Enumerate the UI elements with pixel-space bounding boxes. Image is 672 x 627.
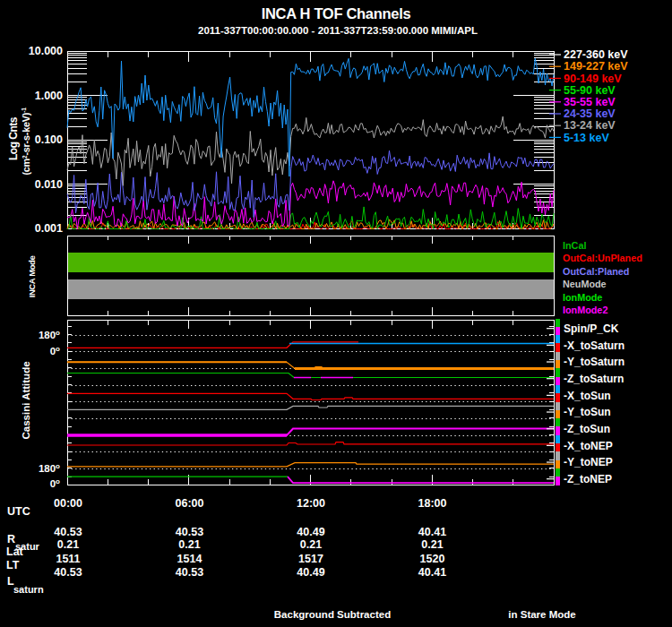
svg-text:40.41: 40.41: [418, 526, 446, 538]
svg-text:40.53: 40.53: [176, 566, 203, 579]
svg-text:0.100: 0.100: [35, 133, 63, 146]
svg-text:-Z_toNEP: -Z_toNEP: [564, 473, 612, 485]
svg-text:0.21: 0.21: [421, 538, 443, 551]
svg-text:40.49: 40.49: [297, 566, 324, 579]
svg-text:InCal: InCal: [563, 240, 586, 251]
svg-text:-Z_toSun: -Z_toSun: [564, 423, 610, 435]
svg-text:-X_toNEP: -X_toNEP: [564, 440, 613, 452]
svg-text:Lat: Lat: [6, 545, 24, 558]
svg-text:saturn: saturn: [13, 584, 44, 595]
svg-text:40.41: 40.41: [418, 566, 446, 579]
svg-text:1520: 1520: [420, 553, 445, 565]
svg-text:1514: 1514: [177, 553, 202, 565]
svg-text:1.000: 1.000: [35, 90, 63, 102]
svg-text:2011-337T00:00:00.000 - 2011-3: 2011-337T00:00:00.000 - 2011-337T23:59:0…: [198, 25, 478, 36]
svg-text:06:00: 06:00: [176, 497, 204, 510]
svg-text:OutCal:UnPlaned: OutCal:UnPlaned: [563, 253, 642, 263]
svg-text:INCA Mode: INCA Mode: [27, 256, 37, 298]
svg-text:40.49: 40.49: [297, 526, 324, 538]
svg-text:0.010: 0.010: [35, 178, 63, 191]
svg-text:IonMode2: IonMode2: [563, 305, 607, 315]
svg-text:0.21: 0.21: [178, 538, 200, 551]
svg-text:90-149 keV: 90-149 keV: [564, 73, 622, 85]
svg-text:Spin/P_CK: Spin/P_CK: [564, 322, 619, 335]
svg-text:-X_toSun: -X_toSun: [564, 390, 611, 402]
svg-text:18:00: 18:00: [418, 497, 447, 510]
svg-text:1511: 1511: [56, 553, 80, 565]
svg-text:40.53: 40.53: [54, 526, 82, 538]
svg-text:0.001: 0.001: [35, 222, 63, 235]
svg-text:12:00: 12:00: [297, 497, 325, 510]
svg-text:-X_toSaturn: -X_toSaturn: [564, 339, 625, 352]
svg-text:10.000: 10.000: [29, 45, 63, 57]
svg-text:Background Subtracted: Background Subtracted: [274, 609, 391, 620]
svg-text:OutCal:Planed: OutCal:Planed: [563, 266, 629, 277]
svg-text:227-360 keV: 227-360 keV: [564, 48, 628, 61]
svg-text:-Y_toNEP: -Y_toNEP: [564, 456, 613, 468]
svg-text:5-13 keV: 5-13 keV: [564, 132, 609, 144]
svg-text:35-55 keV: 35-55 keV: [564, 96, 616, 108]
svg-text:40.53: 40.53: [176, 526, 203, 538]
svg-text:-Y_toSun: -Y_toSun: [564, 406, 611, 418]
svg-text:LT: LT: [6, 559, 20, 571]
svg-text:(cm2-sr-s-keV)-1: (cm2-sr-s-keV)-1: [21, 107, 31, 176]
svg-text:Cassini Attitude: Cassini Attitude: [21, 361, 31, 439]
svg-text:in Stare Mode: in Stare Mode: [508, 609, 575, 620]
svg-text:00:00: 00:00: [54, 497, 82, 510]
svg-text:13-24 keV: 13-24 keV: [564, 119, 616, 132]
svg-text:NeuMode: NeuMode: [563, 279, 607, 289]
svg-text:24-35 keV: 24-35 keV: [564, 107, 616, 120]
svg-text:55-90 keV: 55-90 keV: [564, 84, 616, 97]
svg-text:UTC: UTC: [7, 505, 30, 518]
svg-text:-Z_toSaturn: -Z_toSaturn: [564, 373, 624, 385]
svg-text:-Y_toSaturn: -Y_toSaturn: [564, 356, 625, 368]
svg-text:IonMode: IonMode: [563, 292, 602, 303]
svg-text:0.21: 0.21: [57, 538, 79, 551]
svg-text:INCA H TOF Channels: INCA H TOF Channels: [262, 5, 411, 21]
svg-text:149-227 keV: 149-227 keV: [564, 60, 628, 73]
svg-text:Log Cnts: Log Cnts: [7, 116, 20, 160]
svg-text:1517: 1517: [298, 553, 323, 565]
svg-text:R: R: [7, 533, 15, 545]
svg-text:0.21: 0.21: [300, 538, 322, 551]
svg-text:40.53: 40.53: [54, 566, 82, 579]
